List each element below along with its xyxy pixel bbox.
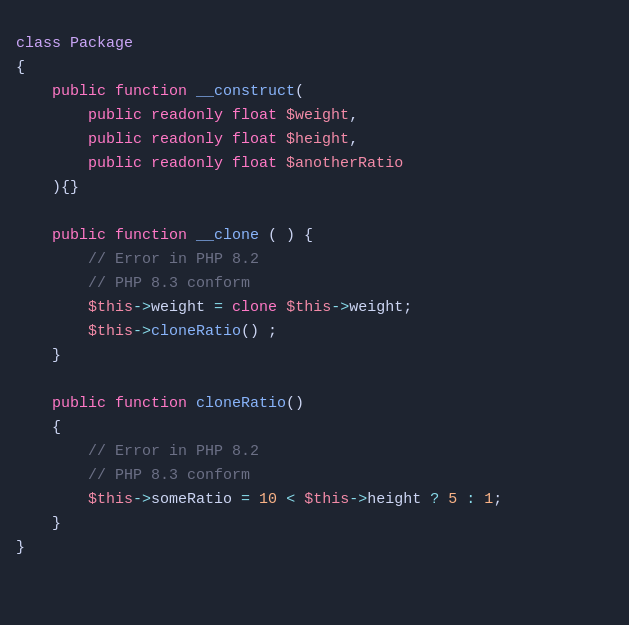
code-line-2: { (16, 59, 25, 76)
code-line-13: $this->cloneRatio() ; (16, 323, 277, 340)
code-line-12: $this->weight = clone $this->weight; (16, 299, 412, 316)
code-line-22: } (16, 539, 25, 556)
code-line-19: // PHP 8.3 conform (16, 467, 250, 484)
code-line-16: public function cloneRatio() (16, 395, 304, 412)
code-line-6: public readonly float $anotherRatio (16, 155, 403, 172)
code-line-21: } (16, 515, 61, 532)
code-line-17: { (16, 419, 61, 436)
code-line-3: public function __construct( (16, 83, 304, 100)
code-editor: class Package { public function __constr… (16, 8, 613, 560)
code-line-11: // PHP 8.3 conform (16, 275, 250, 292)
code-line-5: public readonly float $height, (16, 131, 358, 148)
code-line-18: // Error in PHP 8.2 (16, 443, 259, 460)
code-line-20: $this->someRatio = 10 < $this->height ? … (16, 491, 502, 508)
code-line-4: public readonly float $weight, (16, 107, 358, 124)
code-line-10: // Error in PHP 8.2 (16, 251, 259, 268)
code-line-14: } (16, 347, 61, 364)
code-line-1: class Package (16, 35, 133, 52)
code-line-7: ){} (16, 179, 79, 196)
code-line-9: public function __clone ( ) { (16, 227, 313, 244)
